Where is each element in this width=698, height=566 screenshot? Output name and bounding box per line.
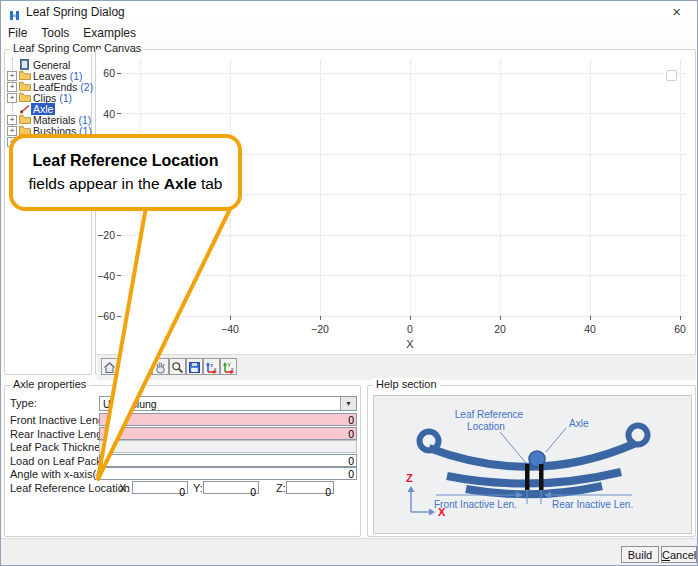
svg-text:x: x xyxy=(214,366,217,372)
prop-row-leaf-pack-thickness: Leaf Pack Thickness: xyxy=(5,440,360,454)
prop-row-load-on-leaf-pack: Load on Leaf Pack: xyxy=(5,454,360,468)
forward-button[interactable] xyxy=(135,358,152,375)
y-coord-field[interactable] xyxy=(204,487,258,498)
gridline-vertical xyxy=(590,60,591,316)
leaf-spring-dialog-window: Leaf Spring Dialog × FileToolsExamples L… xyxy=(0,0,698,566)
x-tick-mark xyxy=(680,316,681,320)
expand-icon[interactable]: + xyxy=(7,126,17,136)
gridline-horizontal xyxy=(121,113,686,114)
x-tick-mark xyxy=(500,316,501,320)
back-button[interactable] xyxy=(118,358,135,375)
y-coord-label: Y: xyxy=(193,482,203,494)
plot-toolbar: zxYx xyxy=(97,354,696,380)
svg-text:X: X xyxy=(438,506,446,518)
x-tick-label: 20 xyxy=(484,323,516,335)
type-dropdown-value: Underslung xyxy=(103,398,157,410)
svg-text:Axle: Axle xyxy=(569,418,589,429)
y-tick-label: 60 xyxy=(96,67,115,79)
leaf-spring-diagram: Leaf Reference Location Axle Front Inact… xyxy=(373,395,692,534)
x-tick-mark xyxy=(590,316,591,320)
prop-field-load-on-leaf-pack xyxy=(99,454,357,467)
expand-icon[interactable]: + xyxy=(7,93,17,103)
prop-input-rear-inactive-length[interactable] xyxy=(100,428,356,439)
svg-text:Rear Inactive Len.: Rear Inactive Len. xyxy=(552,499,633,510)
home-button[interactable] xyxy=(101,358,118,375)
component-tree-panel: Leaf Spring Componer General+Leaves (1)+… xyxy=(4,49,92,375)
callout-bubble: Leaf Reference Location fields appear in… xyxy=(9,134,242,211)
x-tick-label: −40 xyxy=(214,323,246,335)
footer-bar: Build Cancel xyxy=(1,538,697,566)
y-tick-label: −60 xyxy=(96,310,115,322)
app-icon xyxy=(9,7,20,18)
prop-row-type: Type:Underslung▼ xyxy=(5,396,360,410)
x-tick-mark xyxy=(230,316,231,320)
prop-label-type: Type: xyxy=(10,397,37,409)
gridline-horizontal xyxy=(121,235,686,236)
z-coord-field[interactable] xyxy=(287,487,333,498)
y-coord-field-wrap xyxy=(203,481,259,494)
gridline-vertical xyxy=(410,60,411,316)
expand-icon[interactable]: + xyxy=(7,71,17,81)
x-tick-label: −20 xyxy=(304,323,336,335)
svg-text:Front Inactive Len.: Front Inactive Len. xyxy=(434,499,517,510)
z-coord-label: Z: xyxy=(276,482,286,494)
svg-text:Leaf Reference: Leaf Reference xyxy=(455,409,524,420)
prop-row-angle-with-x-axis-deg: Angle with x-axis(deg): xyxy=(5,467,360,481)
help-section-panel: Help section xyxy=(367,385,696,537)
close-icon[interactable]: × xyxy=(672,3,681,21)
left-eye xyxy=(420,432,439,451)
right-eye xyxy=(629,426,648,445)
prop-row-front-inactive-length: Front Inactive Length: xyxy=(5,413,360,427)
y-tick-label: −20 xyxy=(96,229,115,241)
y-tick-mark xyxy=(117,113,121,114)
prop-input-leaf-pack-thickness xyxy=(100,442,356,453)
menu-bar: FileToolsExamples xyxy=(1,23,697,43)
prop-field-rear-inactive-length xyxy=(99,427,357,440)
x-tick-label: 0 xyxy=(394,323,426,335)
x-axis-title: X xyxy=(400,338,420,350)
gridline-vertical xyxy=(320,60,321,316)
x-coord-field[interactable] xyxy=(133,487,187,498)
legend-box xyxy=(666,70,677,81)
axle-properties-panel: Axle properties Type:Underslung▼Front In… xyxy=(4,385,361,537)
pan-button[interactable] xyxy=(152,358,169,375)
gridline-vertical xyxy=(500,60,501,316)
zoom-button[interactable] xyxy=(169,358,186,375)
prop-label-load-on-leaf-pack: Load on Leaf Pack: xyxy=(10,455,105,467)
prop-input-angle-with-x-axis-deg[interactable] xyxy=(100,469,356,480)
canvas-panel: Canvas −60−40−2002040606040200−20−40−60 … xyxy=(95,49,696,375)
chevron-down-icon[interactable]: ▼ xyxy=(340,397,356,410)
menu-item-tools[interactable]: Tools xyxy=(34,23,76,40)
prop-field-angle-with-x-axis-deg xyxy=(99,467,357,480)
gridline-vertical xyxy=(680,60,681,316)
prop-field-front-inactive-length xyxy=(99,413,357,426)
cancel-button[interactable]: Cancel xyxy=(661,546,697,563)
x-tick-label: 40 xyxy=(574,323,606,335)
type-dropdown[interactable]: Underslung▼ xyxy=(99,396,357,411)
help-section-title: Help section xyxy=(373,378,440,390)
x-tick-label: −60 xyxy=(124,323,156,335)
svg-text:Z: Z xyxy=(406,472,413,484)
callout-line1: Leaf Reference Location xyxy=(13,149,238,172)
y-tick-mark xyxy=(117,73,121,74)
prop-input-load-on-leaf-pack[interactable] xyxy=(100,455,356,466)
svg-text:x: x xyxy=(231,366,234,372)
menu-item-file[interactable]: File xyxy=(1,23,34,40)
save-button[interactable] xyxy=(186,358,203,375)
view-yx-button[interactable]: Yx xyxy=(220,358,237,375)
leaf-reference-location-label: Leaf Reference Location xyxy=(10,482,130,494)
prop-input-front-inactive-length[interactable] xyxy=(100,415,356,426)
axle-properties-title: Axle properties xyxy=(10,378,89,390)
build-button[interactable]: Build xyxy=(621,546,659,563)
view-zx-button[interactable]: zx xyxy=(203,358,220,375)
menu-item-examples[interactable]: Examples xyxy=(76,23,143,40)
expand-icon[interactable]: + xyxy=(7,115,17,125)
callout-line2: fields appear in the Axle tab xyxy=(13,172,238,195)
z-coord-field-wrap xyxy=(286,481,334,494)
x-tick-mark xyxy=(320,316,321,320)
gridline-horizontal xyxy=(121,73,686,74)
x-tick-label: 60 xyxy=(664,323,696,335)
expand-icon[interactable]: + xyxy=(7,82,17,92)
gridline-horizontal xyxy=(121,275,686,276)
svg-text:Location: Location xyxy=(467,421,505,432)
